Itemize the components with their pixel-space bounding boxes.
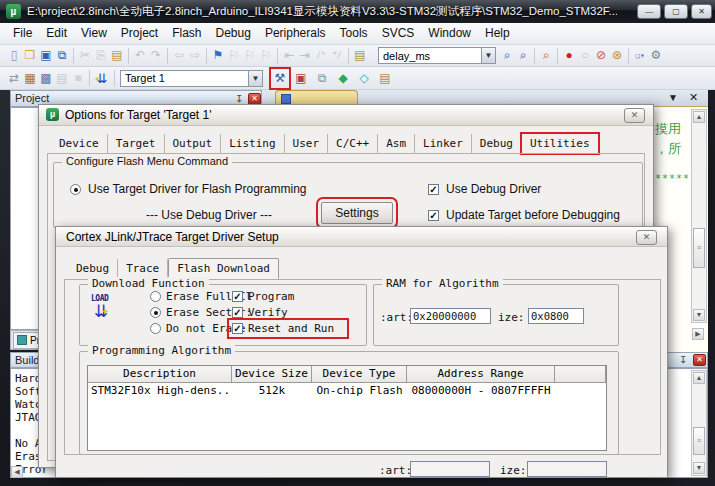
- build-icon[interactable]: ▦: [22, 70, 38, 87]
- tab-flash-download[interactable]: Flash Download: [168, 258, 279, 279]
- menu-window[interactable]: Window: [421, 23, 478, 44]
- ram-start-input[interactable]: [410, 308, 491, 324]
- erase-sectors-radio[interactable]: [150, 307, 161, 318]
- find-in-files-icon[interactable]: ⌕: [499, 47, 515, 64]
- menu-project[interactable]: Project: [114, 23, 165, 44]
- target-select-combobox[interactable]: Target 1 ▼: [120, 70, 263, 87]
- menu-edit[interactable]: Edit: [39, 23, 74, 44]
- cut-icon[interactable]: ✂: [77, 47, 93, 64]
- save-icon[interactable]: ▣: [38, 47, 54, 64]
- erase-full-chip-radio[interactable]: [150, 291, 161, 302]
- scroll-right-icon[interactable]: ▶: [692, 328, 704, 340]
- cross-reference-icon[interactable]: ⌕: [515, 47, 531, 64]
- close-dialog-icon[interactable]: ✕: [624, 108, 645, 123]
- tab-output[interactable]: Output: [165, 134, 222, 153]
- menu-tools[interactable]: Tools: [333, 23, 375, 44]
- comment-icon[interactable]: /*: [313, 47, 329, 64]
- do-not-erase-radio[interactable]: [150, 323, 161, 334]
- menu-view[interactable]: View: [74, 23, 114, 44]
- tab-utilities[interactable]: Utilities: [522, 134, 598, 153]
- reset-and-run-checkbox[interactable]: [232, 323, 243, 334]
- scroll-down-icon[interactable]: ▼: [693, 309, 705, 321]
- close-button[interactable]: ✕: [691, 4, 712, 19]
- find-icon[interactable]: ⌕: [538, 47, 554, 64]
- indent-icon[interactable]: ⇥: [297, 47, 313, 64]
- clear-bookmarks-icon[interactable]: ⚐: [258, 47, 274, 64]
- update-target-checkbox[interactable]: [428, 210, 439, 221]
- copy-icon[interactable]: ⎘: [93, 47, 109, 64]
- chevron-down-icon[interactable]: ▼: [481, 48, 495, 63]
- breakpoint-icon[interactable]: ●: [561, 47, 577, 64]
- kill-all-breakpoints-icon[interactable]: ⊛: [609, 47, 625, 64]
- breakpoint-disabled-icon[interactable]: ○: [577, 47, 593, 64]
- pin-icon[interactable]: ↧: [679, 354, 687, 366]
- dialog-title-bar[interactable]: Cortex JLink/JTrace Target Driver Setup …: [56, 227, 667, 247]
- close-dialog-icon[interactable]: ✕: [636, 230, 657, 245]
- menu-help[interactable]: Help: [478, 23, 517, 44]
- update-packs-icon[interactable]: ◇: [356, 70, 372, 87]
- settings-button[interactable]: Settings: [321, 202, 393, 224]
- uncomment-icon[interactable]: */: [329, 47, 345, 64]
- maximize-button[interactable]: ▢: [664, 4, 688, 19]
- tab-jlink-trace[interactable]: Trace: [118, 259, 168, 278]
- prog-size-input[interactable]: [527, 461, 607, 477]
- debug-windows-icon[interactable]: ❏▾: [632, 47, 648, 64]
- table-row[interactable]: STM32F10x High-dens...512kOn-chip Flash0…: [88, 383, 606, 398]
- doc-close-icon[interactable]: ✕: [689, 91, 698, 104]
- tab-target[interactable]: Target: [108, 134, 165, 153]
- tab-cpp[interactable]: C/C++: [328, 134, 378, 153]
- translate-icon[interactable]: ⇄: [6, 70, 22, 87]
- file-extensions-icon[interactable]: ▣: [293, 70, 309, 87]
- use-target-driver-radio[interactable]: [70, 184, 81, 195]
- select-packs-icon[interactable]: ◆: [335, 70, 351, 87]
- tab-linker[interactable]: Linker: [415, 134, 472, 153]
- prog-start-input[interactable]: [410, 461, 490, 477]
- build-vscrollbar[interactable]: ▲ ≡ ▼: [691, 370, 707, 476]
- navigate-forward-icon[interactable]: ⇨: [187, 47, 203, 64]
- chevron-down-icon[interactable]: ▼: [248, 71, 262, 86]
- program-checkbox[interactable]: [232, 291, 243, 302]
- pack-installer-icon[interactable]: ▤: [377, 70, 393, 87]
- save-all-icon[interactable]: ⧉: [54, 47, 70, 64]
- undo-icon[interactable]: ↶: [132, 47, 148, 64]
- menu-file[interactable]: File: [6, 23, 39, 44]
- menu-peripherals[interactable]: Peripherals: [258, 23, 333, 44]
- minimize-button[interactable]: —: [637, 4, 661, 19]
- tab-jlink-debug[interactable]: Debug: [68, 259, 118, 278]
- rebuild-icon[interactable]: ▩: [38, 70, 54, 87]
- menu-debug[interactable]: Debug: [209, 23, 258, 44]
- ram-size-input[interactable]: [528, 308, 584, 324]
- redo-icon[interactable]: ↷: [148, 47, 164, 64]
- functions-icon[interactable]: ▤: [352, 47, 368, 64]
- editor-vscrollbar[interactable]: ▲ ≡ ▼: [691, 109, 707, 323]
- menu-svcs[interactable]: SVCS: [375, 23, 422, 44]
- menu-flash[interactable]: Flash: [165, 23, 208, 44]
- navigate-back-icon[interactable]: ⇦: [171, 47, 187, 64]
- scroll-thumb[interactable]: ≡: [693, 427, 705, 455]
- scroll-up-icon[interactable]: ▲: [693, 372, 705, 384]
- dialog-title-bar[interactable]: µ Options for Target 'Target 1' ✕: [39, 105, 653, 126]
- next-bookmark-icon[interactable]: ⚐: [242, 47, 258, 64]
- doc-minimize-icon[interactable]: ▼: [668, 92, 678, 103]
- new-file-icon[interactable]: ▯: [6, 47, 22, 64]
- books-icon[interactable]: ⧉: [314, 70, 330, 87]
- search-combobox[interactable]: delay_ms ▼: [378, 47, 496, 64]
- scroll-thumb[interactable]: ≡: [693, 228, 705, 268]
- verify-checkbox[interactable]: [232, 307, 243, 318]
- options-for-target-icon[interactable]: ⚒: [272, 70, 288, 87]
- use-debug-driver-checkbox[interactable]: [428, 184, 439, 195]
- scroll-up-icon[interactable]: ▲: [693, 111, 705, 123]
- stop-build-icon[interactable]: ■: [70, 70, 86, 87]
- tab-listing[interactable]: Listing: [221, 134, 284, 153]
- tab-device[interactable]: Device: [51, 134, 108, 153]
- insert-bookmark-icon[interactable]: ⚑: [210, 47, 226, 64]
- disable-all-breakpoints-icon[interactable]: ⊘: [593, 47, 609, 64]
- tab-debug[interactable]: Debug: [472, 134, 522, 153]
- configure-icon[interactable]: ⚙: [648, 47, 664, 64]
- prev-bookmark-icon[interactable]: ⚐: [226, 47, 242, 64]
- download-code-icon[interactable]: ⇊✦: [93, 70, 111, 87]
- paste-icon[interactable]: ▤: [109, 47, 125, 64]
- scroll-down-icon[interactable]: ▼: [693, 462, 705, 474]
- close-panel-icon[interactable]: ✕: [693, 354, 706, 366]
- open-file-icon[interactable]: ❒: [22, 47, 38, 64]
